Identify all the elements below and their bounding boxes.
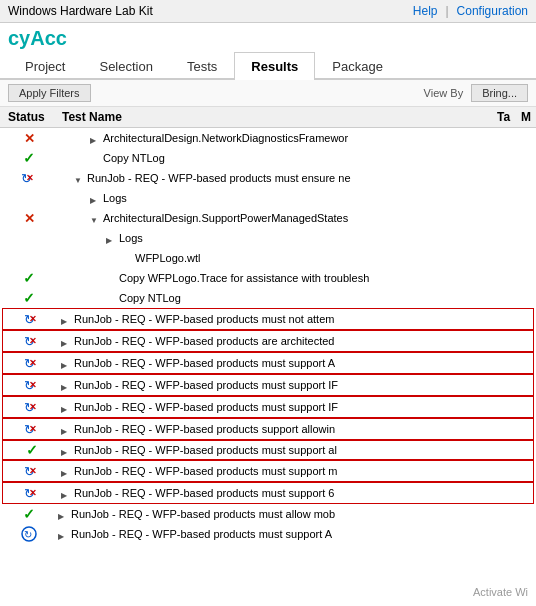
table-row[interactable]: ↻ ✕ RunJob - REQ - WFP-based products mu… xyxy=(2,460,534,482)
table-row[interactable]: Copy NTLog xyxy=(0,288,536,308)
row-text: Logs xyxy=(103,192,491,204)
table-row[interactable]: Logs xyxy=(0,228,536,248)
bring-button[interactable]: Bring... xyxy=(471,84,528,102)
row-content: RunJob - REQ - WFP-based products must a… xyxy=(58,508,491,520)
row-content: RunJob - REQ - WFP-based products must s… xyxy=(61,444,488,456)
col-header-status: Status xyxy=(0,110,58,124)
tab-tests[interactable]: Tests xyxy=(170,52,234,80)
status-icon-run-x: ↻ ✕ xyxy=(23,484,41,502)
svg-text:↻: ↻ xyxy=(24,529,32,540)
row-text: RunJob - REQ - WFP-based products must s… xyxy=(74,487,488,499)
table-row[interactable]: ↻ ✕ RunJob - REQ - WFP-based products mu… xyxy=(2,482,534,504)
col-header-m: M xyxy=(516,110,536,124)
status-icon-x xyxy=(24,212,35,225)
nav-tabs: Project Selection Tests Results Package xyxy=(0,50,536,80)
table-row[interactable]: RunJob - REQ - WFP-based products must s… xyxy=(2,440,534,460)
row-status: ↻ ✕ xyxy=(3,484,61,502)
svg-text:✕: ✕ xyxy=(26,173,34,183)
row-text: RunJob - REQ - WFP-based products must a… xyxy=(71,508,491,520)
expand-right-icon[interactable] xyxy=(90,193,100,203)
row-status: ↻ ✕ xyxy=(3,354,61,372)
status-icon-run-x: ↻ ✕ xyxy=(23,420,41,438)
row-status: ↻ xyxy=(0,525,58,543)
table-row[interactable]: ↻ ✕ RunJob - REQ - WFP-based products mu… xyxy=(2,374,534,396)
expand-right-icon[interactable] xyxy=(61,488,71,498)
status-icon-run-x: ↻ ✕ xyxy=(23,398,41,416)
expand-right-icon[interactable] xyxy=(58,509,68,519)
row-status: ↻ ✕ xyxy=(3,310,61,328)
row-text: WFPLogo.wtl xyxy=(135,252,491,264)
row-text: RunJob - REQ - WFP-based products must s… xyxy=(74,379,488,391)
expand-right-icon[interactable] xyxy=(61,424,71,434)
expand-right-icon[interactable] xyxy=(61,358,71,368)
status-icon-x xyxy=(24,132,35,145)
view-by-label: View By xyxy=(424,87,464,99)
expand-right-icon[interactable] xyxy=(58,529,68,539)
row-text: RunJob - REQ - WFP-based products must s… xyxy=(71,528,491,540)
tab-package[interactable]: Package xyxy=(315,52,400,80)
tab-results[interactable]: Results xyxy=(234,52,315,80)
title-bar-links: Help | Configuration xyxy=(413,4,528,18)
status-icon-run-x: ↻ ✕ xyxy=(23,310,41,328)
row-status: ↻ ✕ xyxy=(0,169,58,187)
help-link[interactable]: Help xyxy=(413,4,438,18)
table-row[interactable]: ↻ ✕ RunJob - REQ - WFP-based products su… xyxy=(2,418,534,440)
table-row[interactable]: ↻ RunJob - REQ - WFP-based products must… xyxy=(0,524,536,544)
table-row[interactable]: ↻ ✕ RunJob - REQ - WFP-based products mu… xyxy=(2,352,534,374)
expand-right-icon[interactable] xyxy=(61,402,71,412)
table-row[interactable]: ↻ ✕ RunJob - REQ - WFP-based products mu… xyxy=(2,308,534,330)
tree-container[interactable]: ArchitecturalDesign.NetworkDiagnosticsFr… xyxy=(0,128,536,574)
svg-text:✕: ✕ xyxy=(29,466,37,476)
table-row[interactable]: Logs xyxy=(0,188,536,208)
row-content: ArchitecturalDesign.NetworkDiagnosticsFr… xyxy=(58,132,491,144)
expand-right-icon[interactable] xyxy=(106,233,116,243)
expand-down-icon[interactable] xyxy=(74,173,84,183)
status-icon-run-x: ↻ ✕ xyxy=(23,462,41,480)
brand-logo: cyAcc xyxy=(0,23,536,50)
table-row[interactable]: RunJob - REQ - WFP-based products must a… xyxy=(0,504,536,524)
table-row[interactable]: ArchitecturalDesign.SupportPowerManagedS… xyxy=(0,208,536,228)
svg-text:✕: ✕ xyxy=(29,488,37,498)
table-row[interactable]: WFPLogo.wtl xyxy=(0,248,536,268)
table-row[interactable]: ↻ ✕ RunJob - REQ - WFP-based products mu… xyxy=(2,396,534,418)
expand-right-icon[interactable] xyxy=(61,445,71,455)
table-row[interactable]: Copy NTLog xyxy=(0,148,536,168)
table-row[interactable]: ↻ ✕ RunJob - REQ - WFP-based products ar… xyxy=(2,330,534,352)
expand-right-icon[interactable] xyxy=(61,336,71,346)
row-content: RunJob - REQ - WFP-based products must s… xyxy=(61,465,488,477)
row-content: WFPLogo.wtl xyxy=(58,252,491,264)
status-icon-run-x: ↻ ✕ xyxy=(23,376,41,394)
row-status xyxy=(0,507,58,521)
table-row[interactable]: ↻ ✕ RunJob - REQ - WFP-based products mu… xyxy=(0,168,536,188)
row-text: Copy NTLog xyxy=(103,152,491,164)
configuration-link[interactable]: Configuration xyxy=(457,4,528,18)
table-row[interactable]: ArchitecturalDesign.NetworkDiagnosticsFr… xyxy=(0,128,536,148)
row-text: RunJob - REQ - WFP-based products suppor… xyxy=(74,423,488,435)
status-icon-run-x: ↻ ✕ xyxy=(23,354,41,372)
expand-right-icon[interactable] xyxy=(61,466,71,476)
svg-text:✕: ✕ xyxy=(29,336,37,346)
row-text: ArchitecturalDesign.NetworkDiagnosticsFr… xyxy=(103,132,491,144)
row-content: Logs xyxy=(58,232,491,244)
col-header-testname: Test Name xyxy=(58,110,491,124)
row-status xyxy=(0,271,58,285)
row-status xyxy=(0,151,58,165)
row-status: ↻ ✕ xyxy=(3,332,61,350)
row-text: RunJob - REQ - WFP-based products are ar… xyxy=(74,335,488,347)
svg-text:✕: ✕ xyxy=(29,380,37,390)
expand-right-icon[interactable] xyxy=(61,314,71,324)
row-content: Copy WFPLogo.Trace for assistance with t… xyxy=(58,272,491,284)
app-title: Windows Hardware Lab Kit xyxy=(8,4,153,18)
row-content: RunJob - REQ - WFP-based products must s… xyxy=(58,528,491,540)
tab-selection[interactable]: Selection xyxy=(82,52,169,80)
expand-right-icon[interactable] xyxy=(90,133,100,143)
col-header-ta: Ta xyxy=(491,110,516,124)
apply-filters-button[interactable]: Apply Filters xyxy=(8,84,91,102)
table-row[interactable]: Copy WFPLogo.Trace for assistance with t… xyxy=(0,268,536,288)
expand-down-icon[interactable] xyxy=(90,213,100,223)
tab-project[interactable]: Project xyxy=(8,52,82,80)
row-status xyxy=(3,443,61,457)
row-content: RunJob - REQ - WFP-based products must s… xyxy=(61,487,488,499)
row-text: RunJob - REQ - WFP-based products must s… xyxy=(74,465,488,477)
expand-right-icon[interactable] xyxy=(61,380,71,390)
